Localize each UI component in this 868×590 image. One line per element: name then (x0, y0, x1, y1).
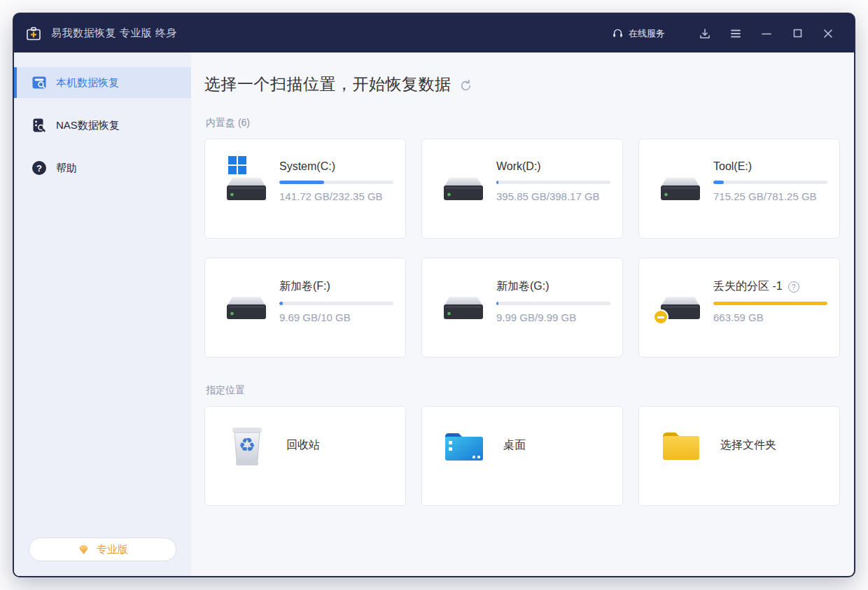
drive-card[interactable]: Work(D:) 395.85 GB/398.17 GB (421, 139, 623, 239)
lost-partition-badge (653, 309, 668, 325)
desktop-folder-icon (443, 424, 485, 468)
capacity-bar (279, 181, 393, 184)
windows-logo-icon (227, 155, 247, 175)
drive-name: 丢失的分区 -1 (713, 279, 783, 294)
sidebar-item-label: NAS数据恢复 (56, 119, 120, 132)
choose-folder-icon (660, 424, 702, 468)
diamond-icon (77, 544, 90, 556)
drives-grid: System(C:) 141.72 GB/232.35 GB (204, 139, 837, 358)
drive-capacity: 9.99 GB/9.99 GB (496, 311, 607, 323)
hard-drive-icon (441, 157, 486, 204)
pro-version-label: 专业版 (97, 543, 128, 556)
app-title: 易我数据恢复 专业版 终身 (51, 27, 177, 40)
app-logo-icon (25, 25, 42, 42)
drive-capacity: 663.59 GB (713, 311, 824, 323)
location-label: 桌面 (503, 438, 526, 453)
main-content: 选择一个扫描位置，开始恢复数据 内置盘 (6) (191, 52, 854, 576)
local-recovery-icon (31, 75, 47, 90)
location-card[interactable]: 桌面 (421, 406, 623, 506)
hard-drive-icon (658, 157, 703, 204)
internal-disks-label: 内置盘 (6) (206, 117, 837, 129)
location-card[interactable]: ♻ 回收站 (204, 406, 406, 506)
close-button[interactable] (816, 22, 840, 45)
online-service-label: 在线服务 (629, 27, 665, 40)
drive-name: Work(D:) (496, 160, 541, 173)
drive-name: 新加卷(F:) (279, 279, 330, 294)
locations-label: 指定位置 (206, 384, 837, 397)
sidebar-item-label: 帮助 (56, 162, 77, 175)
minimize-button[interactable] (755, 22, 778, 45)
capacity-bar (496, 181, 610, 184)
drive-name: System(C:) (279, 160, 335, 173)
drive-card[interactable]: Tool(E:) 715.25 GB/781.25 GB (638, 139, 840, 239)
pro-version-button[interactable]: 专业版 (29, 538, 176, 561)
sidebar: 本机数据恢复 NAS数据恢复 ? 帮助 (14, 52, 191, 576)
drive-capacity: 395.85 GB/398.17 GB (496, 190, 607, 202)
capacity-bar (279, 302, 393, 305)
drive-capacity: 141.72 GB/232.35 GB (279, 190, 390, 202)
drive-name: Tool(E:) (713, 160, 752, 173)
menu-button[interactable] (724, 22, 748, 45)
location-card[interactable]: 选择文件夹 (638, 406, 840, 506)
maximize-button[interactable] (785, 22, 809, 45)
hard-drive-icon (224, 276, 269, 323)
drive-capacity: 9.69 GB/10 GB (279, 311, 390, 323)
headset-icon (612, 27, 624, 39)
location-label: 回收站 (286, 438, 320, 453)
capacity-bar (713, 181, 827, 184)
sidebar-item-help[interactable]: ? 帮助 (14, 153, 191, 183)
page-title: 选择一个扫描位置，开始恢复数据 (204, 73, 451, 95)
hard-drive-icon (441, 276, 486, 323)
locations-grid: ♻ 回收站 桌面 (204, 406, 837, 506)
drive-name: 新加卷(G:) (496, 279, 550, 294)
sidebar-item-label: 本机数据恢复 (56, 76, 119, 90)
recycle-bin-icon: ♻ (226, 424, 268, 468)
drive-capacity: 715.25 GB/781.25 GB (713, 190, 824, 202)
help-icon: ? (31, 160, 47, 176)
titlebar: 易我数据恢复 专业版 终身 在线服务 (14, 14, 854, 52)
drive-card[interactable]: 丢失的分区 -1 ? 663.59 GB (638, 258, 840, 358)
drive-card[interactable]: System(C:) 141.72 GB/232.35 GB (204, 139, 406, 239)
lost-partition-help-icon[interactable]: ? (788, 281, 799, 293)
drive-card[interactable]: 新加卷(G:) 9.99 GB/9.99 GB (421, 258, 623, 358)
nas-recovery-icon (31, 118, 47, 133)
online-service-button[interactable]: 在线服务 (612, 27, 665, 40)
drive-card[interactable]: 新加卷(F:) 9.69 GB/10 GB (204, 258, 406, 358)
location-label: 选择文件夹 (720, 438, 776, 453)
app-window: 易我数据恢复 专业版 终身 在线服务 (13, 13, 855, 577)
capacity-bar (496, 302, 610, 305)
download-button[interactable] (693, 22, 717, 45)
hard-drive-icon (224, 157, 269, 204)
hard-drive-icon (658, 276, 703, 323)
sidebar-item-nas-recovery[interactable]: NAS数据恢复 (14, 110, 191, 141)
capacity-bar (713, 302, 827, 305)
refresh-icon[interactable] (459, 79, 472, 92)
sidebar-item-local-recovery[interactable]: 本机数据恢复 (14, 67, 191, 98)
